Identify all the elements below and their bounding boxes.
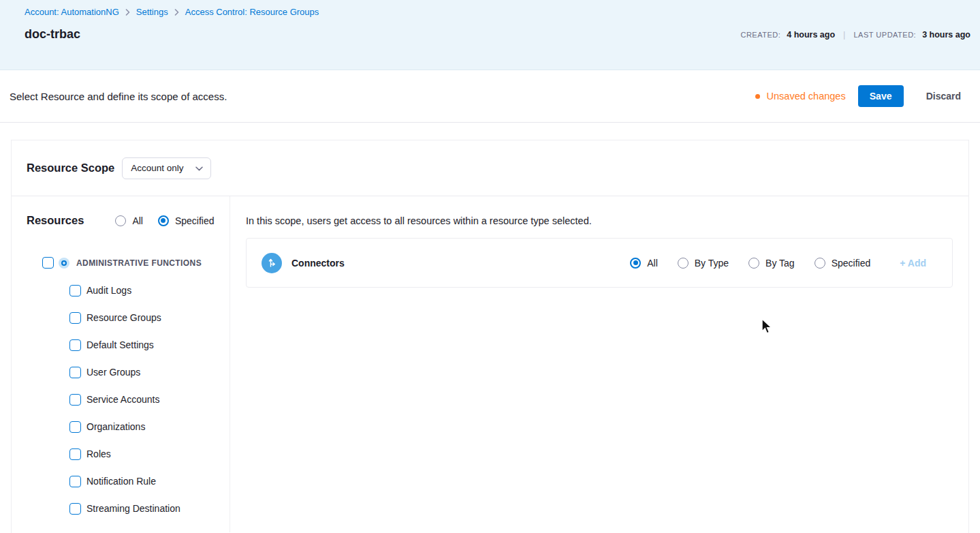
save-button[interactable]: Save [858, 85, 904, 107]
group-checkbox[interactable] [42, 257, 54, 269]
radio-unchecked-icon [678, 258, 689, 269]
discard-button[interactable]: Discard [926, 91, 961, 102]
scope-detail-panel: In this scope, users get access to all r… [230, 196, 968, 532]
resource-type-tree: ADMINISTRATIVE FUNCTIONS Audit Logs Reso… [27, 257, 230, 522]
resource-scope-label: Resource Scope [27, 162, 114, 174]
item-checkbox[interactable] [69, 312, 81, 324]
scope-info-text: In this scope, users get access to all r… [246, 215, 953, 226]
item-checkbox[interactable] [69, 421, 81, 433]
chevron-down-icon [195, 163, 203, 173]
resources-filter-all-radio[interactable]: All [115, 215, 143, 226]
unsaved-changes-label: Unsaved changes [767, 91, 846, 102]
item-label: Roles [86, 448, 111, 459]
item-label: Default Settings [86, 339, 154, 350]
created-updated-meta: CREATED: 4 hours ago | LAST UPDATED: 3 h… [740, 29, 970, 40]
created-value: 4 hours ago [787, 30, 835, 40]
resources-filter-all-label: All [132, 215, 143, 226]
connectors-by-type-label: By Type [695, 258, 729, 269]
item-checkbox[interactable] [69, 448, 81, 460]
tree-item-organizations[interactable]: Organizations [27, 413, 230, 440]
resources-heading: Resources [27, 214, 84, 227]
tree-item-streaming-destination[interactable]: Streaming Destination [27, 495, 230, 522]
tree-item-user-groups[interactable]: User Groups [27, 359, 230, 386]
meta-separator: | [841, 29, 847, 40]
item-label: Organizations [86, 421, 145, 432]
breadcrumb-resource-groups-link[interactable]: Access Control: Resource Groups [185, 7, 319, 17]
connectors-label: Connectors [291, 258, 345, 269]
connectors-by-tag-radio[interactable]: By Tag [748, 258, 795, 269]
chevron-right-icon [125, 9, 130, 16]
created-label: CREATED: [740, 31, 780, 39]
action-toolbar: Select Resource and define its scope of … [0, 70, 980, 123]
radio-unchecked-icon [748, 258, 759, 269]
group-label: ADMINISTRATIVE FUNCTIONS [76, 258, 202, 268]
item-label: Audit Logs [86, 285, 131, 296]
item-label: Resource Groups [86, 312, 161, 323]
last-updated-label: LAST UPDATED: [853, 31, 916, 39]
resources-filter-specified-radio[interactable]: Specified [158, 215, 215, 226]
tree-group-administrative-functions[interactable]: ADMINISTRATIVE FUNCTIONS [27, 257, 230, 269]
item-checkbox[interactable] [69, 367, 81, 378]
item-checkbox[interactable] [69, 503, 81, 515]
connectors-row: Connectors All By Type By Tag [246, 238, 953, 288]
resource-scope-selected-value: Account only [131, 163, 183, 173]
toolbar-description: Select Resource and define its scope of … [10, 91, 227, 102]
tree-item-default-settings[interactable]: Default Settings [27, 331, 230, 359]
item-checkbox[interactable] [69, 476, 81, 487]
tree-item-service-accounts[interactable]: Service Accounts [27, 386, 230, 413]
item-checkbox[interactable] [69, 285, 81, 296]
item-checkbox[interactable] [69, 339, 81, 351]
page-title: doc-trbac [25, 27, 80, 42]
item-label: User Groups [86, 367, 140, 378]
badge-dot-icon [61, 260, 67, 266]
tree-item-notification-rule[interactable]: Notification Rule [27, 468, 230, 495]
resources-filter-specified-label: Specified [175, 215, 215, 226]
breadcrumb-account-link[interactable]: Account: AutomationNG [25, 7, 119, 17]
resources-panel: Resources All Specified ADMINISTRATIVE F… [12, 196, 230, 532]
connectors-specified-label: Specified [832, 258, 871, 269]
radio-checked-icon [630, 258, 641, 269]
breadcrumb: Account: AutomationNG Settings Access Co… [25, 7, 970, 17]
radio-checked-icon [158, 215, 169, 226]
item-label: Notification Rule [86, 476, 156, 487]
resource-scope-section: Resource Scope Account only [12, 140, 968, 196]
add-connectors-link[interactable]: + Add [900, 258, 926, 269]
item-label: Streaming Destination [86, 503, 180, 514]
connectors-icon [262, 253, 282, 273]
resource-scope-dropdown[interactable]: Account only [122, 157, 211, 179]
unsaved-changes-indicator: Unsaved changes [755, 91, 846, 102]
connectors-by-tag-label: By Tag [765, 258, 795, 269]
radio-unchecked-icon [115, 215, 126, 226]
connectors-all-label: All [647, 258, 658, 269]
connectors-specified-radio[interactable]: Specified [815, 258, 871, 269]
item-checkbox[interactable] [69, 394, 81, 406]
tree-item-resource-groups[interactable]: Resource Groups [27, 304, 230, 331]
group-state-icon [59, 258, 69, 269]
connectors-all-radio[interactable]: All [630, 258, 658, 269]
connectors-by-type-radio[interactable]: By Type [678, 258, 729, 269]
last-updated-value: 3 hours ago [922, 30, 970, 40]
item-label: Service Accounts [86, 394, 159, 405]
unsaved-dot-icon [755, 94, 760, 99]
resource-group-card: Resource Scope Account only Resources Al… [11, 140, 969, 533]
tree-item-roles[interactable]: Roles [27, 440, 230, 468]
radio-unchecked-icon [815, 258, 825, 269]
tree-item-audit-logs[interactable]: Audit Logs [27, 277, 230, 304]
chevron-right-icon [174, 9, 179, 16]
breadcrumb-settings-link[interactable]: Settings [136, 7, 168, 17]
connectors-access-options: All By Type By Tag Specified + Add [630, 258, 952, 269]
page-header: Account: AutomationNG Settings Access Co… [0, 0, 980, 70]
